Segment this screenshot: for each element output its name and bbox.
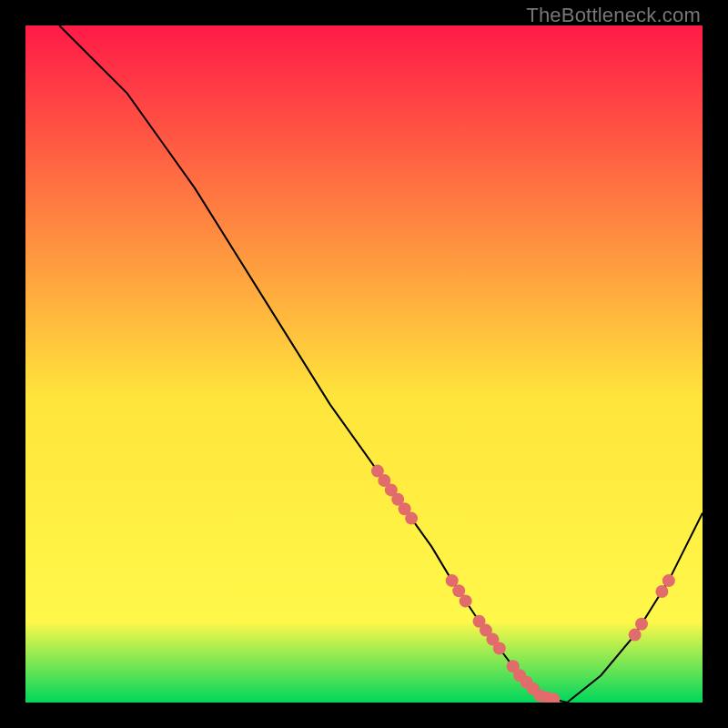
data-point [655, 585, 668, 598]
data-point [629, 629, 642, 642]
bottleneck-chart [25, 25, 703, 703]
data-point [662, 574, 675, 587]
data-point [493, 642, 506, 655]
watermark-text: TheBottleneck.com [526, 4, 701, 27]
gradient-background [25, 25, 703, 703]
data-point [460, 594, 472, 607]
data-point [635, 618, 648, 631]
chart-frame [25, 25, 703, 703]
data-point [405, 512, 418, 525]
